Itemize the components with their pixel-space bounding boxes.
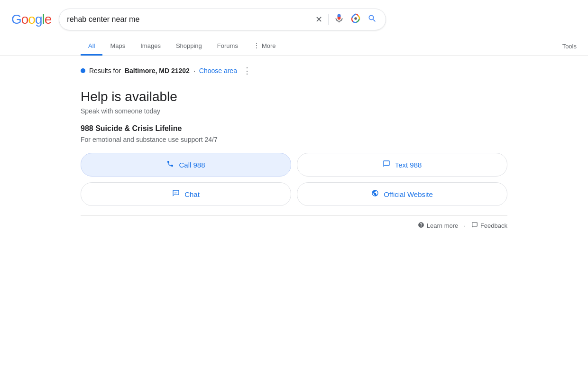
official-website-label: Official Website [384, 190, 433, 198]
search-button[interactable] [367, 13, 378, 27]
learn-more-link[interactable]: Learn more [418, 222, 458, 230]
logo-e: e [45, 12, 52, 27]
help-title: Help is available [81, 89, 507, 104]
call-988-label: Call 988 [179, 161, 205, 169]
location-name: Baltimore, MD 21202 [125, 67, 190, 75]
close-icon: ✕ [315, 14, 322, 25]
choose-area-label: Choose area [199, 67, 237, 75]
tools-label: Tools [562, 43, 577, 50]
globe-icon [371, 189, 379, 199]
call-988-button[interactable]: Call 988 [81, 153, 291, 177]
main-content: Results for Baltimore, MD 21202 · Choose… [0, 56, 522, 235]
tab-forums-label: Forums [217, 42, 238, 49]
footer-row: Learn more · Feedback [81, 215, 507, 235]
clear-button[interactable]: ✕ [314, 13, 323, 26]
choose-area-link[interactable]: Choose area [199, 67, 237, 75]
chat-button[interactable]: Chat [81, 182, 291, 206]
tab-images-label: Images [140, 42, 161, 49]
more-dots-icon: ⋮ [253, 42, 260, 49]
google-logo[interactable]: Google [11, 12, 51, 27]
logo-o1: o [21, 12, 28, 27]
action-buttons: Call 988 Text 988 [81, 153, 507, 206]
logo-g1: G [11, 12, 21, 27]
feedback-label: Feedback [480, 222, 507, 229]
microphone-icon [334, 14, 344, 26]
search-icons: ✕ [314, 12, 378, 27]
footer-separator: · [464, 222, 466, 229]
phone-icon [166, 160, 174, 169]
tab-forums[interactable]: Forums [210, 37, 246, 56]
location-more-icon[interactable]: ⋮ [243, 65, 251, 76]
lens-search-button[interactable] [349, 12, 362, 27]
text-988-label: Text 988 [395, 161, 422, 169]
logo-g2: g [35, 12, 42, 27]
location-dot-icon [81, 68, 85, 73]
feedback-icon [471, 222, 478, 230]
lifeline-title: 988 Suicide & Crisis Lifeline [81, 124, 507, 133]
location-bar: Results for Baltimore, MD 21202 · Choose… [81, 65, 522, 76]
lens-icon [350, 13, 361, 26]
tab-maps[interactable]: Maps [102, 37, 133, 56]
svg-rect-4 [175, 192, 178, 192]
message-icon [383, 160, 390, 169]
help-subtitle: Speak with someone today [81, 107, 507, 115]
divider [328, 14, 329, 25]
feedback-link[interactable]: Feedback [471, 222, 507, 230]
learn-more-label: Learn more [427, 222, 458, 229]
official-website-button[interactable]: Official Website [297, 182, 507, 206]
svg-rect-5 [175, 193, 177, 193]
chat-label: Chat [184, 190, 200, 198]
chat-icon [172, 189, 180, 199]
help-section: Help is available Speak with someone tod… [81, 89, 507, 235]
tab-all[interactable]: All [81, 37, 102, 56]
svg-rect-3 [385, 164, 386, 164]
tab-shopping[interactable]: Shopping [168, 37, 210, 56]
lifeline-desc: For emotional and substance use support … [81, 136, 507, 143]
text-988-button[interactable]: Text 988 [297, 153, 507, 177]
tab-more[interactable]: ⋮ More [246, 37, 284, 56]
tools-button[interactable]: Tools [562, 38, 588, 55]
tab-all-label: All [88, 42, 95, 49]
search-bar: ✕ [59, 9, 386, 30]
location-separator: · [193, 67, 195, 75]
svg-point-1 [355, 17, 358, 20]
tab-more-label: More [262, 42, 276, 49]
header: Google ✕ [0, 0, 588, 35]
svg-rect-2 [385, 163, 388, 163]
nav-tabs: All Maps Images Shopping Forums ⋮ More T… [0, 35, 588, 56]
tab-shopping-label: Shopping [176, 42, 202, 49]
tab-maps-label: Maps [110, 42, 125, 49]
question-icon [418, 222, 424, 230]
tab-images[interactable]: Images [133, 37, 168, 56]
location-prefix: Results for [89, 67, 121, 75]
voice-search-button[interactable] [333, 13, 345, 27]
search-input[interactable] [67, 15, 311, 24]
search-icon [368, 14, 377, 26]
logo-o2: o [28, 12, 35, 27]
